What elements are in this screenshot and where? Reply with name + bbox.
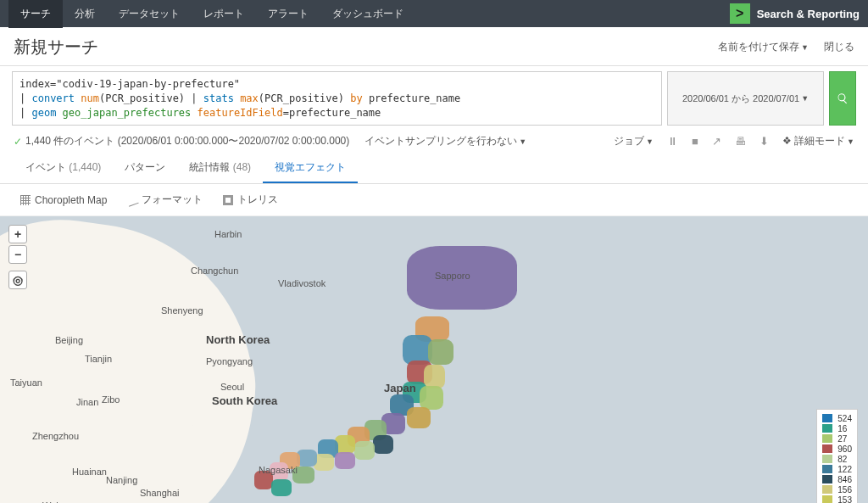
tab-patterns[interactable]: パターン [113,154,177,183]
legend-swatch [822,465,832,473]
prefecture-shape[interactable] [424,365,445,388]
legend-value: 122 [837,465,852,474]
legend-swatch [822,455,832,463]
print-icon[interactable]: 🖶 [735,135,746,148]
prefecture-shape[interactable] [354,441,375,460]
prefecture-shape[interactable] [407,246,517,310]
prefecture-shape[interactable] [428,339,453,365]
topnav-left: サーチ 分析 データセット レポート アラート ダッシュボード [8,0,415,28]
top-navbar: サーチ 分析 データセット レポート アラート ダッシュボード > Search… [0,0,868,27]
legend-row: 122 [822,464,852,474]
nav-analysis[interactable]: 分析 [63,0,107,28]
choropleth-map[interactable]: + − ◎ HarbinChangchunVladivostokShenyeng… [0,216,868,503]
topnav-right: > Search & Reporting [730,3,860,24]
legend-swatch [822,485,832,494]
nav-datasets[interactable]: データセット [107,0,192,28]
legend-value: 524 [837,414,852,423]
nav-reports[interactable]: レポート [192,0,256,28]
save-as-button[interactable]: 名前を付けて保存▼ [718,40,809,54]
legend-row: 27 [822,433,852,444]
result-tabs: イベント (1,440) パターン 統計情報 (48) 視覚エフェクト [0,154,868,184]
legend-swatch [822,475,832,483]
check-icon: ✓ [14,136,22,148]
job-menu[interactable]: ジョブ▼ [614,134,654,148]
viz-format-button[interactable]: フォーマット [127,193,203,207]
status-left: ✓ 1,440 件のイベント (2020/06/01 0:00:00.000〜2… [14,134,526,148]
sampling-dropdown[interactable]: イベントサンプリングを行わない▼ [364,134,526,148]
export-icon[interactable]: ⬇ [760,135,769,148]
viz-trellis-button[interactable]: トレリス [223,193,278,207]
tab-statistics[interactable]: 統計情報 (48) [177,154,263,183]
tab-visualization[interactable]: 視覚エフェクト [263,154,358,183]
prefecture-shape[interactable] [335,452,355,469]
trellis-icon [223,195,233,205]
zoom-in-button[interactable]: + [8,225,27,243]
map-city-label: Vladivostok [278,278,326,288]
share-icon[interactable]: ↗ [712,135,721,148]
search-button[interactable] [829,71,856,126]
legend-row: 524 [822,413,852,423]
page-title: 新規サーチ [14,36,98,59]
prefecture-shape[interactable] [271,479,292,496]
search-icon [837,92,849,104]
map-legend: 524162796082122846156153168 [816,409,858,503]
tab-events[interactable]: イベント (1,440) [14,154,113,183]
legend-swatch [822,444,832,453]
prefecture-shape[interactable] [420,386,443,410]
map-city-label: Harbin [214,229,242,239]
legend-swatch [822,434,832,443]
nav-dashboards[interactable]: ダッシュボード [320,0,415,28]
zoom-out-button[interactable]: − [8,245,27,264]
search-input[interactable]: index="codiv-19-japan-by-prefecture" | c… [12,71,662,126]
format-icon [126,193,139,206]
legend-row: 846 [822,474,852,484]
close-button[interactable]: 閉じる [824,40,854,54]
legend-row: 82 [822,454,852,464]
legend-row: 16 [822,423,852,433]
event-count-text: 1,440 件のイベント (2020/06/01 0:00:00.000〜202… [25,134,349,148]
title-bar: 新規サーチ 名前を付けて保存▼ 閉じる [0,27,868,66]
choropleth-icon [20,195,31,205]
title-actions: 名前を付けて保存▼ 閉じる [718,40,854,54]
search-row: index="codiv-19-japan-by-prefecture" | c… [0,66,868,126]
legend-swatch [822,414,832,422]
legend-value: 156 [837,485,852,495]
locate-button[interactable]: ◎ [8,271,27,289]
prefecture-shape[interactable] [373,435,393,454]
time-range-picker[interactable]: 2020/06/01 から 2020/07/01▼ [667,71,824,126]
brand-logo-icon: > [730,3,750,24]
stop-icon[interactable]: ■ [692,135,698,148]
viz-type-picker[interactable]: Choropleth Map [20,193,107,207]
legend-row: 153 [822,495,852,503]
legend-value: 82 [837,455,847,464]
prefecture-shape[interactable] [407,407,431,428]
legend-swatch [822,424,832,433]
legend-value: 960 [837,444,852,454]
legend-value: 27 [837,434,847,444]
legend-row: 960 [822,444,852,454]
legend-swatch [822,495,832,503]
map-controls: + − ◎ [8,225,27,289]
legend-value: 153 [837,495,852,503]
prefecture-shape[interactable] [254,471,273,489]
legend-value: 16 [837,424,847,433]
status-right: ジョブ▼ ⏸ ■ ↗ 🖶 ⬇ ❖ 詳細モード▼ [614,134,854,148]
viz-toolbar: Choropleth Map フォーマット トレリス [0,184,868,216]
nav-alerts[interactable]: アラート [256,0,320,28]
nav-search[interactable]: サーチ [8,0,63,28]
prefecture-shape[interactable] [292,467,314,483]
brand-text: Search & Reporting [757,8,860,20]
legend-value: 846 [837,475,852,484]
mode-dropdown[interactable]: ❖ 詳細モード▼ [782,134,854,148]
legend-row: 156 [822,484,852,495]
pause-icon[interactable]: ⏸ [667,135,678,148]
status-bar: ✓ 1,440 件のイベント (2020/06/01 0:00:00.000〜2… [0,126,868,154]
